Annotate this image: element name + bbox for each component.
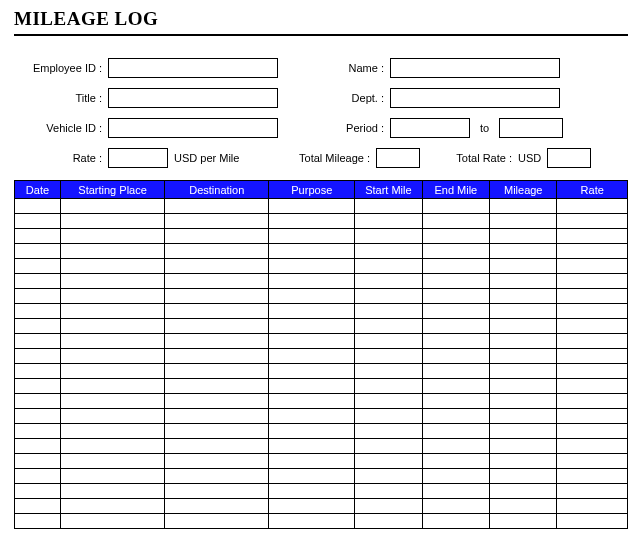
table-cell[interactable] bbox=[165, 469, 269, 484]
table-cell[interactable] bbox=[15, 244, 61, 259]
table-cell[interactable] bbox=[355, 514, 422, 529]
vehicle-id-field[interactable] bbox=[108, 118, 278, 138]
table-cell[interactable] bbox=[490, 259, 557, 274]
table-cell[interactable] bbox=[60, 379, 164, 394]
table-cell[interactable] bbox=[165, 364, 269, 379]
table-cell[interactable] bbox=[15, 379, 61, 394]
table-cell[interactable] bbox=[60, 409, 164, 424]
table-cell[interactable] bbox=[165, 379, 269, 394]
table-cell[interactable] bbox=[355, 289, 422, 304]
table-cell[interactable] bbox=[490, 289, 557, 304]
table-cell[interactable] bbox=[557, 274, 628, 289]
table-cell[interactable] bbox=[557, 364, 628, 379]
table-cell[interactable] bbox=[422, 274, 489, 289]
period-from-field[interactable] bbox=[390, 118, 470, 138]
table-cell[interactable] bbox=[422, 214, 489, 229]
table-cell[interactable] bbox=[490, 364, 557, 379]
table-cell[interactable] bbox=[490, 439, 557, 454]
table-cell[interactable] bbox=[490, 394, 557, 409]
table-cell[interactable] bbox=[269, 319, 355, 334]
table-cell[interactable] bbox=[557, 259, 628, 274]
table-cell[interactable] bbox=[422, 454, 489, 469]
table-cell[interactable] bbox=[60, 394, 164, 409]
table-cell[interactable] bbox=[490, 199, 557, 214]
table-cell[interactable] bbox=[490, 424, 557, 439]
table-cell[interactable] bbox=[422, 394, 489, 409]
total-rate-field[interactable] bbox=[547, 148, 591, 168]
dept-field[interactable] bbox=[390, 88, 560, 108]
title-field[interactable] bbox=[108, 88, 278, 108]
table-cell[interactable] bbox=[165, 319, 269, 334]
table-cell[interactable] bbox=[490, 319, 557, 334]
table-cell[interactable] bbox=[490, 454, 557, 469]
table-cell[interactable] bbox=[60, 289, 164, 304]
table-cell[interactable] bbox=[355, 499, 422, 514]
table-cell[interactable] bbox=[269, 199, 355, 214]
table-cell[interactable] bbox=[165, 439, 269, 454]
table-cell[interactable] bbox=[165, 289, 269, 304]
table-cell[interactable] bbox=[165, 334, 269, 349]
table-cell[interactable] bbox=[355, 379, 422, 394]
table-cell[interactable] bbox=[165, 244, 269, 259]
table-cell[interactable] bbox=[269, 349, 355, 364]
table-cell[interactable] bbox=[165, 454, 269, 469]
table-cell[interactable] bbox=[422, 334, 489, 349]
table-cell[interactable] bbox=[490, 499, 557, 514]
table-cell[interactable] bbox=[269, 244, 355, 259]
table-cell[interactable] bbox=[490, 334, 557, 349]
table-cell[interactable] bbox=[422, 469, 489, 484]
table-cell[interactable] bbox=[269, 439, 355, 454]
table-cell[interactable] bbox=[60, 454, 164, 469]
table-cell[interactable] bbox=[490, 274, 557, 289]
table-cell[interactable] bbox=[557, 289, 628, 304]
table-cell[interactable] bbox=[165, 349, 269, 364]
table-cell[interactable] bbox=[355, 364, 422, 379]
table-cell[interactable] bbox=[15, 484, 61, 499]
table-cell[interactable] bbox=[60, 319, 164, 334]
table-cell[interactable] bbox=[490, 469, 557, 484]
table-cell[interactable] bbox=[15, 274, 61, 289]
table-cell[interactable] bbox=[422, 259, 489, 274]
table-cell[interactable] bbox=[165, 514, 269, 529]
table-cell[interactable] bbox=[269, 424, 355, 439]
table-cell[interactable] bbox=[269, 214, 355, 229]
table-cell[interactable] bbox=[60, 244, 164, 259]
table-cell[interactable] bbox=[422, 199, 489, 214]
table-cell[interactable] bbox=[15, 409, 61, 424]
table-cell[interactable] bbox=[60, 274, 164, 289]
table-cell[interactable] bbox=[490, 379, 557, 394]
table-cell[interactable] bbox=[557, 394, 628, 409]
table-cell[interactable] bbox=[269, 274, 355, 289]
table-cell[interactable] bbox=[422, 304, 489, 319]
table-cell[interactable] bbox=[490, 409, 557, 424]
table-cell[interactable] bbox=[60, 349, 164, 364]
table-cell[interactable] bbox=[557, 514, 628, 529]
table-cell[interactable] bbox=[422, 499, 489, 514]
rate-field[interactable] bbox=[108, 148, 168, 168]
name-field[interactable] bbox=[390, 58, 560, 78]
table-cell[interactable] bbox=[355, 259, 422, 274]
table-cell[interactable] bbox=[355, 274, 422, 289]
table-cell[interactable] bbox=[557, 319, 628, 334]
table-cell[interactable] bbox=[557, 304, 628, 319]
table-cell[interactable] bbox=[60, 439, 164, 454]
table-cell[interactable] bbox=[355, 319, 422, 334]
table-cell[interactable] bbox=[269, 454, 355, 469]
table-cell[interactable] bbox=[15, 349, 61, 364]
table-cell[interactable] bbox=[15, 214, 61, 229]
table-cell[interactable] bbox=[269, 259, 355, 274]
table-cell[interactable] bbox=[15, 229, 61, 244]
table-cell[interactable] bbox=[165, 424, 269, 439]
table-cell[interactable] bbox=[269, 289, 355, 304]
period-to-field[interactable] bbox=[499, 118, 563, 138]
table-cell[interactable] bbox=[15, 514, 61, 529]
table-cell[interactable] bbox=[269, 229, 355, 244]
table-cell[interactable] bbox=[422, 424, 489, 439]
table-cell[interactable] bbox=[60, 514, 164, 529]
table-cell[interactable] bbox=[60, 469, 164, 484]
table-cell[interactable] bbox=[165, 199, 269, 214]
table-cell[interactable] bbox=[557, 454, 628, 469]
table-cell[interactable] bbox=[15, 199, 61, 214]
table-cell[interactable] bbox=[269, 409, 355, 424]
table-cell[interactable] bbox=[355, 349, 422, 364]
